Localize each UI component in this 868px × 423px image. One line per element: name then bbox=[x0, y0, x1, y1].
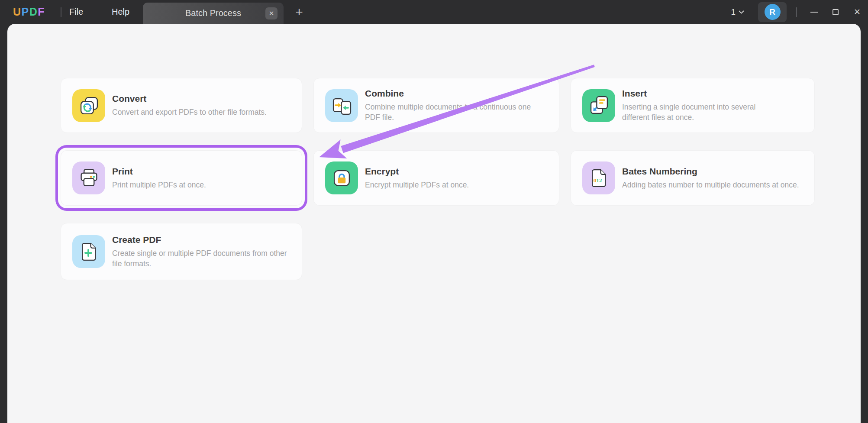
svg-text:012: 012 bbox=[593, 177, 602, 183]
card-description: Inserting a single document into several… bbox=[622, 102, 780, 123]
account-button[interactable]: R bbox=[758, 2, 787, 22]
new-tab-button[interactable]: + bbox=[289, 0, 309, 24]
convert-sync-icon bbox=[72, 89, 105, 122]
tab-close-button[interactable]: ✕ bbox=[265, 7, 278, 19]
lock-icon bbox=[325, 161, 358, 194]
minimize-icon bbox=[810, 12, 818, 13]
card-description: Print multiple PDFs at once. bbox=[112, 180, 206, 190]
minimize-button[interactable] bbox=[803, 0, 825, 24]
batch-actions-grid: Convert Convert and export PDFs to other… bbox=[61, 78, 815, 280]
card-title: Bates Numbering bbox=[622, 166, 799, 177]
close-icon: ✕ bbox=[269, 10, 274, 17]
card-title: Combine bbox=[365, 88, 536, 99]
card-description: Adding bates number to multiple document… bbox=[622, 180, 799, 190]
card-print[interactable]: Print Print multiple PDFs at once. bbox=[61, 150, 302, 206]
card-encrypt[interactable]: Encrypt Encrypt multiple PDFs at once. bbox=[313, 150, 559, 206]
tab-count-value: 1 bbox=[731, 7, 736, 17]
card-title: Encrypt bbox=[365, 166, 469, 177]
card-create-pdf[interactable]: Create PDF Create single or multiple PDF… bbox=[61, 223, 302, 280]
logo-letter: P bbox=[22, 6, 29, 18]
card-description: Create single or multiple PDF documents … bbox=[112, 248, 296, 269]
printer-icon bbox=[72, 161, 105, 194]
combine-documents-icon bbox=[325, 89, 358, 122]
card-insert[interactable]: Insert Inserting a single document into … bbox=[571, 78, 815, 133]
card-combine[interactable]: Combine Combine multiple documents to a … bbox=[313, 78, 559, 133]
card-description: Convert and export PDFs to other file fo… bbox=[112, 107, 267, 117]
logo-letter: D bbox=[29, 6, 38, 18]
card-description: Combine multiple documents to a continuo… bbox=[365, 102, 536, 123]
logo-letter: U bbox=[13, 6, 22, 18]
card-convert[interactable]: Convert Convert and export PDFs to other… bbox=[61, 78, 302, 133]
card-bates-numbering[interactable]: 012 Bates Numbering Adding bates number … bbox=[571, 150, 815, 206]
card-title: Insert bbox=[622, 88, 780, 99]
titlebar-divider bbox=[61, 7, 61, 17]
updf-logo: U P D F bbox=[13, 0, 45, 24]
card-description: Encrypt multiple PDFs at once. bbox=[365, 180, 469, 190]
titlebar-right-cluster: 1 R ✕ bbox=[731, 0, 868, 24]
logo-letter: F bbox=[38, 6, 45, 18]
tab-batch-process[interactable]: Batch Process ✕ bbox=[143, 3, 284, 24]
menu-item-file[interactable]: File bbox=[64, 0, 88, 24]
avatar: R bbox=[765, 4, 781, 20]
chevron-down-icon bbox=[739, 10, 744, 14]
plus-icon: + bbox=[295, 5, 303, 19]
create-pdf-plus-icon bbox=[72, 235, 105, 268]
close-icon: ✕ bbox=[854, 7, 861, 17]
menu-item-help[interactable]: Help bbox=[106, 0, 135, 24]
close-button[interactable]: ✕ bbox=[846, 0, 868, 24]
card-title: Convert bbox=[112, 94, 267, 104]
card-title: Create PDF bbox=[112, 235, 296, 245]
maximize-icon bbox=[833, 9, 839, 15]
updf-window: U P D F File Help Batch Process ✕ + 1 bbox=[0, 0, 868, 423]
titlebar-divider bbox=[796, 7, 797, 17]
insert-document-icon bbox=[582, 89, 615, 122]
bates-012-document-icon: 012 bbox=[582, 161, 615, 194]
card-title: Print bbox=[112, 166, 206, 177]
tab-label: Batch Process bbox=[185, 8, 241, 18]
maximize-button[interactable] bbox=[825, 0, 846, 24]
tab-count-dropdown[interactable]: 1 bbox=[731, 7, 744, 17]
titlebar: U P D F File Help Batch Process ✕ + 1 bbox=[0, 0, 868, 24]
